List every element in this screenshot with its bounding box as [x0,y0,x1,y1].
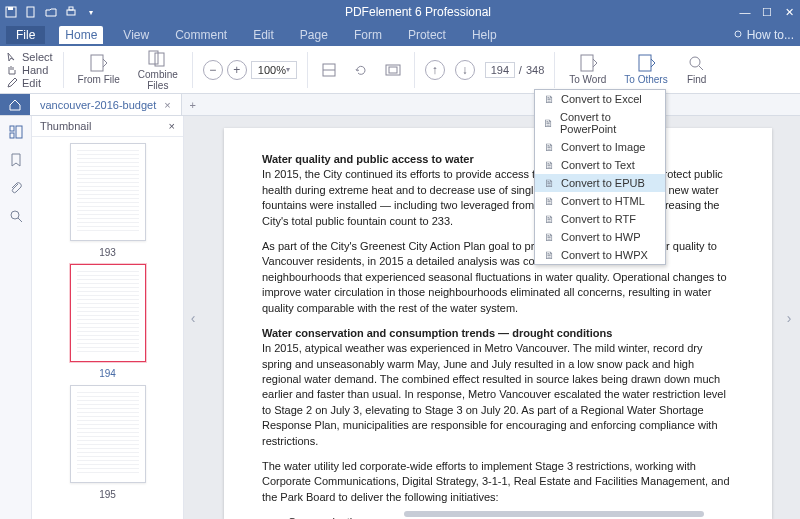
convert-to-text[interactable]: 🗎Convert to Text [535,156,665,174]
attachments-panel-button[interactable] [8,180,24,196]
qat-dropdown-icon[interactable]: ▾ [84,5,98,19]
howto[interactable]: How to... [733,28,794,42]
zoom-value-dropdown[interactable]: 100%▾ [251,61,297,79]
minimize-button[interactable]: — [738,6,752,19]
prev-page-button[interactable]: ↑ [425,60,445,80]
page-indicator: 194 / 348 [485,62,544,78]
search-panel-button[interactable] [8,208,24,224]
svg-rect-1 [8,7,13,10]
zoom-out-button[interactable]: − [203,60,223,80]
combine-files-button[interactable]: Combine Files [134,48,182,91]
menu-edit[interactable]: Edit [247,26,280,44]
separator [63,52,64,88]
to-word-button[interactable]: To Word [565,53,610,86]
menu-home[interactable]: Home [59,26,103,44]
separator [307,52,308,88]
thumbnail-item[interactable] [70,264,146,362]
heading: Water conservation and consumption trend… [262,327,612,339]
convert-to-image[interactable]: 🗎Convert to Image [535,138,665,156]
file-icon: 🗎 [543,213,555,225]
menu-view[interactable]: View [117,26,155,44]
svg-rect-12 [581,55,593,71]
edit-tool[interactable]: Edit [6,77,53,89]
convert-to-epub[interactable]: 🗎Convert to EPUB [535,174,665,192]
title-bar: ▾ PDFelement 6 Professional — ☐ ✕ [0,0,800,24]
new-file-icon[interactable] [24,5,38,19]
svg-rect-16 [10,133,14,138]
to-others-icon [635,53,657,73]
thumbnail-item[interactable] [70,143,146,241]
to-word-icon [577,53,599,73]
chevron-down-icon: ▾ [286,65,290,74]
thumbnail-panel-title: Thumbnail [40,120,91,132]
page-content: Water quality and public access to water… [224,128,772,519]
tools-group: Select Hand Edit [6,51,53,89]
app-title: PDFelement 6 Professional [98,5,738,19]
tab-close-button[interactable]: × [164,99,170,111]
to-others-button[interactable]: To Others [620,53,671,86]
horizontal-scrollbar[interactable] [404,511,704,517]
convert-to-rtf[interactable]: 🗎Convert to RTF [535,210,665,228]
thumbnails-panel-button[interactable] [8,124,24,140]
convert-to-powerpoint[interactable]: 🗎Convert to PowerPoint [535,108,665,138]
svg-rect-2 [27,7,34,17]
hand-tool[interactable]: Hand [6,64,53,76]
thumbnail-item[interactable] [70,385,146,483]
thumbnail-panel-header: Thumbnail × [32,116,183,137]
heading: Water quality and public access to water [262,153,474,165]
thumbnail-panel-close[interactable]: × [169,120,175,132]
home-tab-button[interactable] [0,94,30,115]
convert-to-hwpx[interactable]: 🗎Convert to HWPX [535,246,665,264]
file-icon: 🗎 [543,231,555,243]
from-file-icon [88,53,110,73]
open-folder-icon[interactable] [44,5,58,19]
menu-protect[interactable]: Protect [402,26,452,44]
bookmarks-panel-button[interactable] [8,152,24,168]
window-controls: — ☐ ✕ [738,6,796,19]
page-canvas[interactable]: ‹ › Water quality and public access to w… [184,116,800,519]
menu-comment[interactable]: Comment [169,26,233,44]
lightbulb-icon [733,30,743,40]
document-tab[interactable]: vancouver-2016-budget × [30,94,182,115]
menu-help[interactable]: Help [466,26,503,44]
svg-point-14 [690,57,700,67]
maximize-button[interactable]: ☐ [760,6,774,19]
howto-label: How to... [747,28,794,42]
from-file-button[interactable]: From File [74,53,124,86]
document-tab-label: vancouver-2016-budget [40,99,156,111]
menu-file[interactable]: File [6,26,45,44]
menu-page[interactable]: Page [294,26,334,44]
select-tool[interactable]: Select [6,51,53,63]
convert-to-html[interactable]: 🗎Convert to HTML [535,192,665,210]
print-icon[interactable] [64,5,78,19]
fit-page-button[interactable] [382,59,404,81]
prev-page-chevron[interactable]: ‹ [186,308,200,328]
thumbnail-list[interactable]: 193 194 195 [32,137,183,519]
rotate-button[interactable] [350,59,372,81]
paragraph: In 2015, atypical weather was experience… [262,342,726,446]
zoom-in-button[interactable]: + [227,60,247,80]
next-page-chevron[interactable]: › [782,308,796,328]
convert-to-hwp[interactable]: 🗎Convert to HWP [535,228,665,246]
search-icon [686,53,708,73]
svg-point-18 [11,211,19,219]
file-icon: 🗎 [543,117,554,129]
thumbnail-label: 193 [99,247,116,258]
file-icon: 🗎 [543,177,555,189]
combine-files-icon [147,48,169,68]
svg-rect-13 [639,55,651,71]
add-tab-button[interactable]: + [182,94,204,115]
menu-bar: File Home View Comment Edit Page Form Pr… [0,24,800,46]
save-icon[interactable] [4,5,18,19]
file-icon: 🗎 [543,141,555,153]
page-current-input[interactable]: 194 [485,62,515,78]
fit-width-button[interactable] [318,59,340,81]
separator [554,52,555,88]
menu-form[interactable]: Form [348,26,388,44]
pencil-icon [6,77,18,89]
find-button[interactable]: Find [682,53,712,86]
svg-rect-11 [389,67,397,73]
convert-to-excel[interactable]: 🗎Convert to Excel [535,90,665,108]
next-page-button[interactable]: ↓ [455,60,475,80]
close-button[interactable]: ✕ [782,6,796,19]
